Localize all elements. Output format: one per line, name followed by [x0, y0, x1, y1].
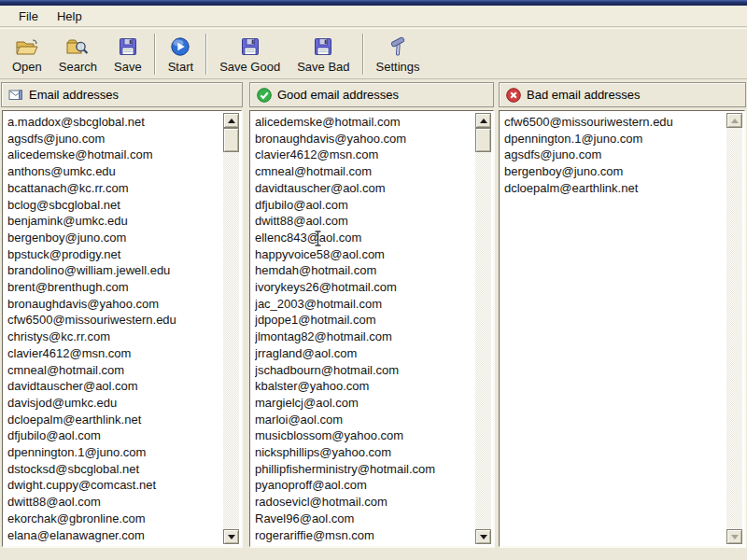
list-item[interactable]: dpennington.1@juno.com: [504, 131, 725, 147]
search-button[interactable]: Search: [50, 32, 106, 77]
good-email-addresses-list[interactable]: alicedemske@hotmail.combronaughdavis@yah…: [249, 110, 494, 547]
bad-email-addresses-list[interactable]: cfw6500@missouriwestern.edudpennington.1…: [499, 110, 745, 547]
list-item[interactable]: brent@brenthugh.com: [7, 279, 221, 296]
settings-button-label: Settings: [376, 60, 420, 74]
list-item[interactable]: cfw6500@missouriwestern.edu: [7, 312, 221, 329]
good-email-addresses-header: Good email addresses: [249, 82, 494, 107]
save-button-label: Save: [114, 60, 142, 74]
good-email-addresses-title: Good email addresses: [277, 88, 399, 102]
list-item[interactable]: agsdfs@juno.com: [7, 131, 221, 147]
scroll-down-button[interactable]: [475, 529, 491, 544]
list-item[interactable]: davidtauscher@aol.com: [255, 180, 473, 197]
bad-email-addresses-rows: cfw6500@missouriwestern.edudpennington.1…: [504, 114, 725, 544]
list-item[interactable]: ekorchak@gbronline.com: [7, 511, 221, 527]
list-item[interactable]: rogerariffie@msn.com: [255, 527, 473, 544]
list-item[interactable]: radosevicl@hotmail.com: [255, 494, 473, 511]
menu-help[interactable]: Help: [48, 7, 92, 25]
list-item[interactable]: bergenboy@juno.com: [504, 163, 725, 180]
list-item[interactable]: clavier4612@msn.com: [255, 147, 473, 163]
bad-email-addresses-title: Bad email addresses: [527, 88, 640, 102]
list-item[interactable]: anthons@umkc.edu: [7, 163, 221, 180]
scroll-up-button[interactable]: [475, 113, 491, 128]
email-envelope-icon: [8, 89, 23, 101]
search-folder-icon: [65, 36, 90, 57]
list-item[interactable]: nicksphillips@yahoo.com: [255, 444, 473, 461]
list-item[interactable]: dwitt88@aol.com: [7, 494, 221, 511]
save-button[interactable]: Save: [106, 32, 150, 77]
start-button[interactable]: Start: [160, 32, 202, 77]
list-item[interactable]: davisjod@umkc.edu: [7, 395, 221, 412]
save-good-button[interactable]: Save Good: [211, 32, 289, 77]
scrollbar-thumb[interactable]: [223, 128, 239, 152]
save-bad-button-label: Save Bad: [297, 60, 349, 74]
list-item[interactable]: dcloepalm@earthlink.net: [7, 412, 221, 428]
list-item[interactable]: Ravel96@aol.com: [255, 511, 473, 527]
open-folder-icon: [15, 36, 39, 57]
good-list-scrollbar[interactable]: [475, 113, 491, 544]
list-item[interactable]: cmneal@hotmail.com: [255, 163, 473, 180]
list-item[interactable]: bronaughdavis@yahoo.com: [7, 296, 221, 313]
list-item[interactable]: bclog@sbcglobal.net: [7, 197, 221, 214]
list-item[interactable]: bergenboy@juno.com: [7, 230, 221, 246]
open-button[interactable]: Open: [4, 32, 50, 77]
list-item[interactable]: bcattanach@kc.rr.com: [7, 180, 221, 197]
list-item[interactable]: dpennington.1@juno.com: [7, 444, 221, 461]
list-item[interactable]: dfjubilo@aol.com: [255, 197, 473, 214]
email-addresses-title: Email addresses: [29, 88, 119, 102]
list-item[interactable]: elana@elanawagner.com: [7, 527, 221, 544]
list-item[interactable]: alicedemske@hotmail.com: [7, 147, 221, 163]
list-item[interactable]: jrragland@aol.com: [255, 345, 473, 362]
list-item[interactable]: dfjubilo@aol.com: [7, 427, 221, 444]
list-item[interactable]: jac_2003@hotmail.com: [255, 296, 473, 313]
email-addresses-list[interactable]: a.maddox@sbcglobal.netagsdfs@juno.comali…: [2, 110, 242, 547]
list-item[interactable]: dcloepalm@earthlink.net: [504, 180, 725, 197]
save-good-button-label: Save Good: [219, 60, 280, 74]
list-item[interactable]: happyvoice58@aol.com: [255, 246, 473, 263]
list-item[interactable]: bronaughdavis@yahoo.com: [255, 131, 473, 147]
toolbar-separator: [154, 34, 156, 75]
open-button-label: Open: [12, 60, 42, 74]
list-item[interactable]: christys@kc.rr.com: [7, 329, 221, 345]
settings-button[interactable]: Settings: [368, 32, 429, 77]
list-item[interactable]: a.maddox@sbcglobal.net: [7, 114, 221, 131]
list-item[interactable]: cmneal@hotmail.com: [7, 362, 221, 379]
menu-file[interactable]: File: [9, 7, 48, 25]
list-item[interactable]: kbalster@yahoo.com: [255, 378, 473, 395]
list-item[interactable]: musicblossom@yahoo.com: [255, 427, 473, 444]
scroll-down-button[interactable]: [223, 529, 239, 544]
start-play-icon: [170, 36, 190, 57]
list-item[interactable]: ivorykeys26@hotmail.com: [255, 279, 473, 296]
scroll-up-button[interactable]: [223, 113, 239, 128]
list-item[interactable]: cfw6500@missouriwestern.edu: [504, 114, 725, 131]
list-item[interactable]: margielcj@aol.com: [255, 395, 473, 412]
scrollbar-thumb[interactable]: [475, 128, 491, 152]
save-bad-button[interactable]: Save Bad: [289, 32, 358, 77]
list-item[interactable]: benjamink@umkc.edu: [7, 213, 221, 230]
list-item[interactable]: clavier4612@msn.com: [7, 345, 221, 362]
good-check-icon: [257, 88, 272, 103]
list-item[interactable]: marloi@aol.com: [255, 412, 473, 428]
list-item[interactable]: hemdah@hotmail.com: [255, 262, 473, 279]
list-item[interactable]: jlmontag82@hotmail.com: [255, 329, 473, 345]
floppy-disk-icon: [118, 36, 138, 57]
list-item[interactable]: dwight.cuppy@comcast.net: [7, 477, 221, 494]
list-item[interactable]: alicedemske@hotmail.com: [255, 114, 473, 131]
scroll-down-button-disabled: [726, 529, 742, 544]
menu-bar: File Help: [0, 6, 747, 27]
list-item[interactable]: pyanoproff@aol.com: [255, 477, 473, 494]
scroll-up-button-disabled: [726, 113, 742, 128]
email-list-scrollbar[interactable]: [223, 113, 239, 544]
list-item[interactable]: davidtauscher@aol.com: [7, 378, 221, 395]
good-email-addresses-rows: alicedemske@hotmail.combronaughdavis@yah…: [255, 114, 473, 544]
email-addresses-rows: a.maddox@sbcglobal.netagsdfs@juno.comali…: [7, 114, 221, 544]
list-item[interactable]: bpstuck@prodigy.net: [7, 246, 221, 263]
list-item[interactable]: phillipfisherministry@hotmail.com: [255, 461, 473, 478]
list-item[interactable]: agsdfs@juno.com: [504, 147, 725, 163]
list-item[interactable]: ellenc843@aol.com: [255, 230, 473, 246]
floppy-disk-icon: [240, 36, 261, 57]
list-item[interactable]: dwitt88@aol.com: [255, 213, 473, 230]
list-item[interactable]: dstocksd@sbcglobal.net: [7, 461, 221, 478]
list-item[interactable]: brandolino@william.jewell.edu: [7, 262, 221, 279]
list-item[interactable]: jdpope1@hotmail.com: [255, 312, 473, 329]
list-item[interactable]: jschadbourn@hotmail.com: [255, 362, 473, 379]
